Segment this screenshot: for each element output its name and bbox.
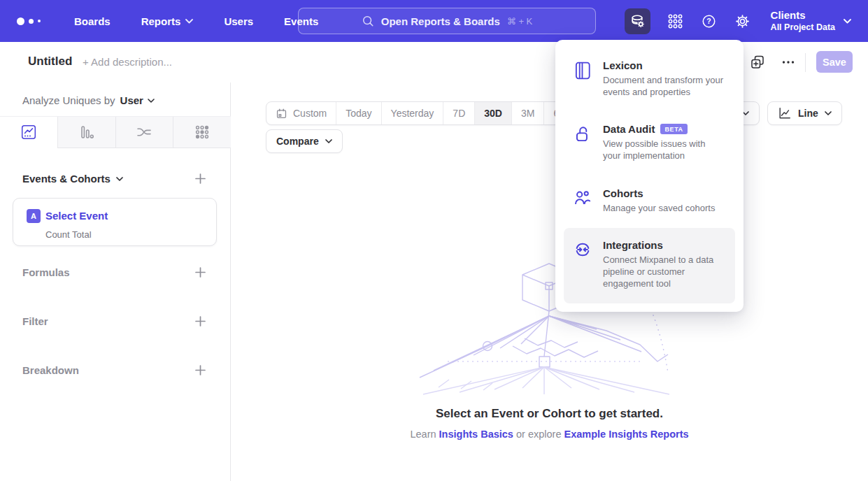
menu-item-cohorts-description: Manage your saved cohorts: [603, 202, 715, 214]
analyze-value-dropdown[interactable]: User: [120, 94, 155, 106]
help-button[interactable]: ?: [701, 13, 718, 29]
project-name: All Project Data: [771, 22, 835, 33]
chevron-down-icon: [325, 139, 332, 143]
cohorts-people-icon: [574, 189, 592, 207]
date-range-custom-label: Custom: [293, 108, 327, 119]
date-range-30d[interactable]: 30D: [475, 102, 512, 124]
org-name: Clients: [771, 9, 835, 22]
more-options-button[interactable]: [780, 54, 797, 71]
menu-item-cohorts[interactable]: Cohorts Manage your saved cohorts: [564, 176, 735, 228]
filter-label: Filter: [22, 315, 48, 327]
menu-item-data-audit[interactable]: Data Audit BETA View possible issues wit…: [564, 112, 735, 175]
svg-text:?: ?: [706, 17, 711, 25]
mixpanel-logo-icon[interactable]: [17, 17, 48, 25]
insights-basics-link[interactable]: Insights Basics: [439, 429, 513, 440]
chart-type-dropdown[interactable]: Line: [767, 101, 842, 125]
add-formula-button[interactable]: [194, 266, 206, 278]
query-builder-sidebar: Analyze Uniques by User: [0, 82, 231, 481]
menu-item-integrations-title: Integrations: [603, 239, 663, 251]
plus-icon: [194, 173, 206, 185]
date-range-today-label: Today: [346, 108, 371, 119]
tab-metrics[interactable]: [173, 117, 231, 148]
menu-item-lexicon-title: Lexicon: [603, 59, 643, 71]
events-cohorts-header[interactable]: Events & Cohorts: [22, 173, 123, 185]
menu-item-data-audit-description: View possible issues with your implement…: [603, 138, 725, 161]
date-range-today[interactable]: Today: [336, 102, 381, 124]
select-event-card[interactable]: A Select Event Count Total: [13, 198, 217, 246]
nav-item-users[interactable]: Users: [224, 15, 253, 27]
menu-item-lexicon[interactable]: Lexicon Document and transform your even…: [564, 48, 735, 112]
analyze-uniques-row: Analyze Uniques by User: [22, 94, 155, 106]
example-insights-reports-link[interactable]: Example Insights Reports: [564, 429, 688, 440]
add-filter-button[interactable]: [194, 315, 206, 327]
analyze-label: Analyze Uniques by: [22, 94, 115, 106]
nav-item-reports-label: Reports: [141, 15, 181, 27]
apps-grid-icon: [667, 13, 683, 29]
chart-type-tabs: [0, 116, 231, 148]
date-range-7d[interactable]: 7D: [443, 102, 475, 124]
add-event-button[interactable]: [194, 173, 206, 185]
save-button[interactable]: Save: [816, 51, 853, 73]
line-chart-icon: [20, 124, 37, 141]
nav-item-reports[interactable]: Reports: [141, 15, 194, 27]
data-management-button[interactable]: [625, 8, 650, 34]
project-switcher[interactable]: Clients All Project Data: [771, 9, 851, 33]
duplicate-report-button[interactable]: [749, 54, 766, 71]
data-audit-lock-icon: [574, 124, 592, 144]
date-range-yesterday[interactable]: Yesterday: [382, 102, 444, 124]
menu-item-integrations-description: Connect Mixpanel to a data pipeline or c…: [603, 254, 725, 289]
data-management-icon: [629, 13, 646, 29]
divider: [805, 53, 806, 72]
breakdown-label: Breakdown: [22, 364, 79, 376]
report-title[interactable]: Untitled: [28, 55, 72, 69]
chevron-down-icon: [148, 99, 155, 103]
beta-badge: BETA: [660, 124, 687, 134]
metrics-grid-icon: [194, 124, 211, 141]
date-range-yesterday-label: Yesterday: [391, 108, 434, 119]
add-breakdown-button[interactable]: [194, 364, 206, 376]
calendar-icon: [276, 108, 287, 120]
global-search-button[interactable]: Open Reports & Boards ⌘ + K: [298, 8, 596, 34]
nav-links: Boards Reports Users Events: [74, 15, 318, 27]
count-total-label[interactable]: Count Total: [45, 229, 92, 240]
menu-item-data-audit-title: Data Audit: [603, 123, 655, 135]
menu-item-cohorts-title: Cohorts: [603, 187, 643, 199]
chevron-down-icon: [116, 177, 123, 181]
select-event-label: Select Event: [45, 210, 108, 222]
chevron-down-icon: [844, 19, 851, 24]
help-icon: ?: [701, 13, 717, 29]
data-management-menu: Lexicon Document and transform your even…: [555, 40, 744, 312]
add-description-field[interactable]: + Add description...: [83, 56, 172, 68]
top-navigation-bar: Boards Reports Users Events Open Reports…: [0, 0, 868, 42]
chevron-down-icon: [825, 111, 832, 115]
search-placeholder: Open Reports & Boards: [381, 15, 500, 27]
apps-grid-button[interactable]: [667, 13, 684, 29]
plus-icon: [194, 315, 206, 327]
nav-item-users-label: Users: [224, 15, 253, 27]
integrations-sync-icon: [574, 240, 592, 259]
menu-item-lexicon-description: Document and transform your events and p…: [603, 74, 725, 98]
empty-state-title: Select an Event or Cohort to get started…: [231, 407, 868, 421]
event-series-badge: A: [27, 209, 41, 223]
compare-label: Compare: [276, 136, 319, 147]
tab-bar-chart[interactable]: [57, 117, 115, 148]
report-canvas: Custom Today Yesterday 7D 30D 3M 6M Comp…: [231, 82, 868, 481]
menu-item-integrations[interactable]: Integrations Connect Mixpanel to a data …: [564, 228, 735, 303]
tab-flow-chart[interactable]: [115, 117, 173, 148]
nav-item-boards[interactable]: Boards: [74, 15, 111, 27]
settings-button[interactable]: [734, 13, 751, 29]
search-shortcut: ⌘ + K: [507, 16, 533, 27]
settings-gear-icon: [734, 13, 750, 29]
date-range-7d-label: 7D: [453, 108, 465, 119]
compare-dropdown[interactable]: Compare: [266, 129, 343, 153]
plus-icon: [194, 266, 206, 278]
date-range-3m[interactable]: 3M: [512, 102, 544, 124]
plus-icon: [194, 364, 206, 376]
chevron-down-icon: [185, 19, 193, 24]
analyze-value: User: [120, 94, 143, 106]
date-range-control: Custom Today Yesterday 7D 30D 3M 6M: [266, 101, 577, 125]
tab-line-chart[interactable]: [0, 117, 57, 148]
bar-chart-icon: [78, 124, 95, 141]
date-range-custom[interactable]: Custom: [266, 102, 336, 124]
nav-item-boards-label: Boards: [74, 15, 111, 27]
